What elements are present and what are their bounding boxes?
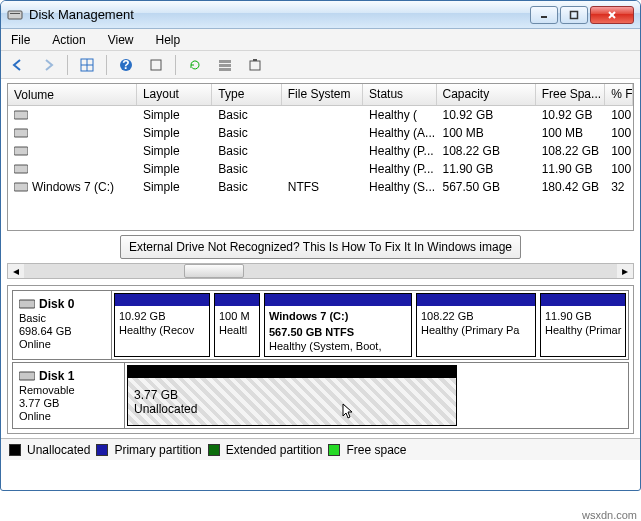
cell-pct: 100 xyxy=(605,108,633,122)
cell-type: Basic xyxy=(212,144,281,158)
toolbar-list-icon[interactable] xyxy=(214,54,236,76)
notice-button[interactable]: External Drive Not Recognized? This Is H… xyxy=(120,235,521,259)
volume-row[interactable]: SimpleBasicHealthy (A...100 MB100 MB100 xyxy=(8,124,633,142)
partition-title: Windows 7 (C:) xyxy=(265,306,411,322)
partition[interactable]: 100 MHealtl xyxy=(214,293,260,357)
svg-rect-1 xyxy=(10,13,20,14)
partition-color-bar xyxy=(215,294,259,306)
cell-free: 10.92 GB xyxy=(536,108,605,122)
partition-status: Unallocated xyxy=(134,402,450,416)
volume-row[interactable]: SimpleBasicHealthy (P...11.90 GB11.90 GB… xyxy=(8,160,633,178)
cell-status: Healthy (P... xyxy=(363,162,436,176)
scroll-left-icon[interactable]: ◂ xyxy=(8,264,24,278)
forward-button[interactable] xyxy=(37,54,59,76)
svg-rect-18 xyxy=(14,129,28,137)
disk-type: Basic xyxy=(19,311,105,324)
col-header-capacity[interactable]: Capacity xyxy=(437,84,536,105)
refresh-icon[interactable] xyxy=(184,54,206,76)
toolbar-settings-icon[interactable] xyxy=(244,54,266,76)
partition-color-bar xyxy=(265,294,411,306)
cell-capacity: 100 MB xyxy=(437,126,536,140)
cell-type: Basic xyxy=(212,126,281,140)
cell-capacity: 108.22 GB xyxy=(437,144,536,158)
cell-fs: NTFS xyxy=(282,180,363,194)
col-header-type[interactable]: Type xyxy=(212,84,281,105)
toolbar: ? xyxy=(1,51,640,79)
volume-list-header[interactable]: Volume Layout Type File System Status Ca… xyxy=(8,84,633,106)
cell-pct: 32 xyxy=(605,180,633,194)
disk-row[interactable]: Disk 0 Basic 698.64 GB Online 10.92 GBHe… xyxy=(12,290,629,360)
close-button[interactable] xyxy=(590,6,634,24)
partition-status: Healthy (System, Boot, xyxy=(265,340,411,356)
legend-swatch-unallocated xyxy=(9,444,21,456)
cell-type: Basic xyxy=(212,162,281,176)
cell-status: Healthy (S... xyxy=(363,180,436,194)
volume-icon xyxy=(14,164,28,174)
cell-free: 100 MB xyxy=(536,126,605,140)
col-header-volume[interactable]: Volume xyxy=(8,84,137,105)
volume-row[interactable]: SimpleBasicHealthy (P...108.22 GB108.22 … xyxy=(8,142,633,160)
cell-pct: 100 xyxy=(605,162,633,176)
disk-icon xyxy=(19,298,35,310)
col-header-pct[interactable]: % F xyxy=(605,84,633,105)
cell-layout: Simple xyxy=(137,162,212,176)
svg-rect-14 xyxy=(219,68,231,71)
cell-type: Basic xyxy=(212,108,281,122)
disk-map: Disk 0 Basic 698.64 GB Online 10.92 GBHe… xyxy=(7,285,634,434)
cell-capacity: 11.90 GB xyxy=(437,162,536,176)
partition-color-bar xyxy=(115,294,209,306)
toolbar-icon[interactable] xyxy=(145,54,167,76)
horizontal-scrollbar[interactable]: ◂ ▸ xyxy=(7,263,634,279)
minimize-button[interactable] xyxy=(530,6,558,24)
col-header-free[interactable]: Free Spa... xyxy=(536,84,605,105)
svg-rect-0 xyxy=(8,11,22,19)
legend-swatch-primary xyxy=(96,444,108,456)
partition-unallocated[interactable]: 3.77 GB Unallocated xyxy=(127,365,457,426)
partition[interactable]: 108.22 GBHealthy (Primary Pa xyxy=(416,293,536,357)
window-buttons xyxy=(528,6,634,24)
menu-help[interactable]: Help xyxy=(152,31,185,49)
partition-size: 100 M xyxy=(215,306,259,324)
scroll-thumb[interactable] xyxy=(184,264,244,278)
menu-file[interactable]: File xyxy=(7,31,34,49)
svg-rect-20 xyxy=(14,165,28,173)
col-header-layout[interactable]: Layout xyxy=(137,84,212,105)
scroll-right-icon[interactable]: ▸ xyxy=(617,264,633,278)
svg-rect-16 xyxy=(253,59,257,61)
disk-info[interactable]: Disk 1 Removable 3.77 GB Online xyxy=(13,363,125,428)
cell-free: 108.22 GB xyxy=(536,144,605,158)
partition[interactable]: 10.92 GBHealthy (Recov xyxy=(114,293,210,357)
col-header-filesystem[interactable]: File System xyxy=(282,84,363,105)
disk-size: 3.77 GB xyxy=(19,396,118,409)
volume-row[interactable]: SimpleBasicHealthy (10.92 GB10.92 GB100 xyxy=(8,106,633,124)
volume-row[interactable]: Windows 7 (C:)SimpleBasicNTFSHealthy (S.… xyxy=(8,178,633,196)
volume-list: Volume Layout Type File System Status Ca… xyxy=(7,83,634,231)
cell-pct: 100 xyxy=(605,126,633,140)
watermark: wsxdn.com xyxy=(582,509,637,521)
menu-action[interactable]: Action xyxy=(48,31,89,49)
partition-status: Healtl xyxy=(215,324,259,340)
cursor-icon xyxy=(342,403,356,421)
legend-swatch-free xyxy=(328,444,340,456)
partition-size: 567.50 GB NTFS xyxy=(265,322,411,340)
disk-status: Online xyxy=(19,337,105,350)
partition[interactable]: Windows 7 (C:)567.50 GB NTFSHealthy (Sys… xyxy=(264,293,412,357)
col-header-status[interactable]: Status xyxy=(363,84,436,105)
volume-name: Windows 7 (C:) xyxy=(32,180,114,194)
back-button[interactable] xyxy=(7,54,29,76)
maximize-button[interactable] xyxy=(560,6,588,24)
toolbar-view-icon[interactable] xyxy=(76,54,98,76)
titlebar[interactable]: Disk Management xyxy=(1,1,640,29)
menu-view[interactable]: View xyxy=(104,31,138,49)
scroll-track[interactable] xyxy=(24,264,617,278)
volume-icon xyxy=(14,146,28,156)
volume-icon xyxy=(14,128,28,138)
partition-row: 3.77 GB Unallocated xyxy=(125,363,628,428)
toolbar-separator xyxy=(67,55,68,75)
disk-name: Disk 1 xyxy=(39,369,74,383)
disk-info[interactable]: Disk 0 Basic 698.64 GB Online xyxy=(13,291,112,359)
disk-type: Removable xyxy=(19,383,118,396)
disk-row[interactable]: Disk 1 Removable 3.77 GB Online 3.77 GB … xyxy=(12,362,629,429)
help-icon[interactable]: ? xyxy=(115,54,137,76)
partition[interactable]: 11.90 GBHealthy (Primar xyxy=(540,293,626,357)
